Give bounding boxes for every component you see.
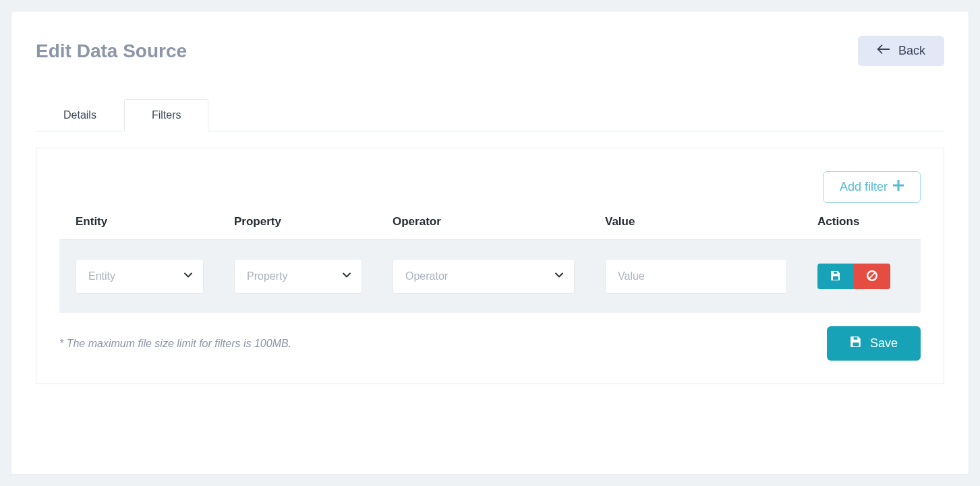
cell-property: Property (234, 259, 393, 294)
property-select[interactable]: Property (234, 259, 362, 294)
add-filter-button[interactable]: Add filter (823, 171, 921, 203)
chevron-down-icon (554, 270, 565, 283)
property-select-placeholder: Property (247, 270, 287, 282)
back-button[interactable]: Back (858, 36, 944, 66)
svg-rect-2 (893, 185, 904, 187)
col-header-entity: Entity (76, 215, 234, 229)
col-header-value: Value (605, 215, 817, 229)
page-title: Edit Data Source (36, 40, 187, 62)
cell-actions (817, 264, 904, 289)
cell-entity: Entity (76, 259, 234, 294)
save-icon (850, 336, 862, 351)
value-input[interactable] (605, 259, 787, 294)
arrow-left-icon (877, 44, 890, 58)
add-filter-label: Add filter (840, 180, 888, 194)
cell-value (605, 259, 817, 294)
entity-select-placeholder: Entity (88, 270, 115, 282)
tabs: Details Filters (36, 98, 944, 131)
col-header-operator: Operator (393, 215, 605, 229)
save-button-label: Save (870, 336, 898, 351)
operator-select-placeholder: Operator (405, 270, 448, 282)
tab-details[interactable]: Details (36, 99, 124, 131)
col-header-actions: Actions (817, 215, 904, 229)
main-card: Edit Data Source Back Details Filters Ad… (11, 11, 969, 475)
cancel-icon (867, 270, 877, 283)
filters-table: Entity Property Operator Value Actions E… (59, 215, 921, 313)
filters-table-header: Entity Property Operator Value Actions (59, 215, 921, 240)
add-filter-row: Add filter (59, 171, 921, 203)
delete-row-button[interactable] (854, 264, 890, 289)
footer-row: * The maximum file size limit for filter… (59, 326, 921, 361)
row-actions (817, 264, 890, 289)
save-icon (830, 270, 841, 283)
entity-select[interactable]: Entity (76, 259, 204, 294)
plus-icon (893, 180, 904, 194)
save-button[interactable]: Save (827, 326, 921, 361)
operator-select[interactable]: Operator (393, 259, 575, 294)
back-button-label: Back (898, 44, 925, 58)
note-text: * The maximum file size limit for filter… (59, 338, 291, 350)
header-row: Edit Data Source Back (36, 36, 944, 66)
chevron-down-icon (183, 270, 194, 283)
col-header-property: Property (234, 215, 393, 229)
filters-panel: Add filter Entity Property Operator Valu… (36, 148, 944, 384)
cell-operator: Operator (393, 259, 605, 294)
filter-row: Entity Property (59, 240, 921, 313)
tab-filters[interactable]: Filters (124, 99, 209, 131)
save-row-button[interactable] (817, 264, 854, 289)
chevron-down-icon (341, 270, 352, 283)
